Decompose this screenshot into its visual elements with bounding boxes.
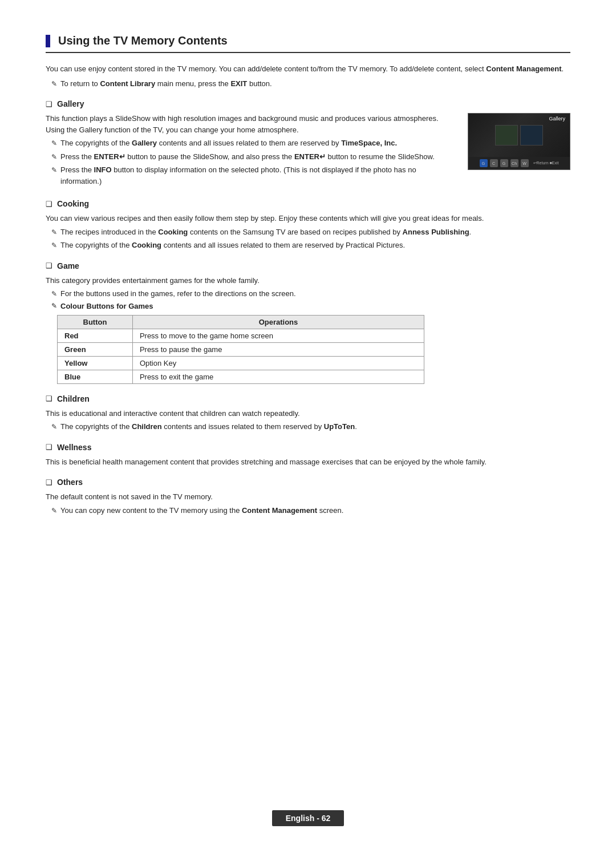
page-title: Using the TV Memory Contents <box>46 34 570 53</box>
cooking-note-2: ✎ The copyrights of the Cooking contents… <box>51 240 570 251</box>
game-label: Game <box>57 261 79 270</box>
table-row: Yellow Option Key <box>58 356 424 370</box>
game-body: This category provides entertainment gam… <box>46 275 570 286</box>
gallery-image: G C G Ch W ↩Return ■Exit <box>468 113 570 170</box>
wellness-header: Wellness <box>46 443 570 452</box>
note-icon-g1: ✎ <box>51 289 57 299</box>
gallery-note-3: ✎ Press the INFO button to display infor… <box>51 164 456 187</box>
tv-icon-children: Ch <box>510 159 518 167</box>
colour-buttons-label: Colour Buttons for Games <box>51 302 570 310</box>
others-note-1: ✎ You can copy new content to the TV mem… <box>51 505 570 516</box>
wellness-label: Wellness <box>57 443 91 452</box>
section-wellness: Wellness This is beneficial health manag… <box>46 443 570 468</box>
col-operations: Operations <box>132 315 424 329</box>
op-blue: Press to exit the game <box>132 370 424 383</box>
table-row: Red Press to move to the game home scree… <box>58 329 424 342</box>
note-icon-c1: ✎ <box>51 227 57 237</box>
children-body: This is educational and interactive cont… <box>46 408 570 419</box>
table-row: Green Press to pause the game <box>58 342 424 356</box>
note-icon-2: ✎ <box>51 152 57 162</box>
children-header: Children <box>46 394 570 403</box>
children-note-1: ✎ The copyrights of the Children content… <box>51 421 570 432</box>
others-header: Others <box>46 478 570 487</box>
gallery-text: This function plays a SlideShow with hig… <box>46 113 456 189</box>
btn-red: Red <box>58 329 133 342</box>
gallery-label: Gallery <box>57 99 84 108</box>
gallery-note-2: ✎ Press the ENTER↵ button to pause the S… <box>51 151 456 163</box>
colour-buttons-text: Colour Buttons for Games <box>60 302 153 310</box>
note-icon: ✎ <box>51 79 57 89</box>
note-icon-ch1: ✎ <box>51 422 57 432</box>
tv-icon-gallery: G <box>480 159 488 167</box>
op-red: Press to move to the game home screen <box>132 329 424 342</box>
children-label: Children <box>57 394 90 403</box>
section-gallery: Gallery This function plays a SlideShow … <box>46 99 570 189</box>
cooking-header: Cooking <box>46 199 570 208</box>
others-body: The default content is not saved in the … <box>46 491 570 503</box>
note-icon-3: ✎ <box>51 165 57 175</box>
tv-icons-bar: G C G Ch W ↩Return ■Exit <box>468 157 570 169</box>
section-others: Others The default content is not saved … <box>46 478 570 516</box>
note-icon-c2: ✎ <box>51 240 57 250</box>
col-button: Button <box>58 315 133 329</box>
note-icon-o1: ✎ <box>51 506 57 516</box>
page-number: English - 62 <box>272 810 345 826</box>
op-green: Press to pause the game <box>132 342 424 356</box>
btn-green: Green <box>58 342 133 356</box>
tv-icon-game: G <box>500 159 508 167</box>
gallery-header: Gallery <box>46 99 570 108</box>
intro-text: You can use enjoy content stored in the … <box>46 63 570 75</box>
note-icon-1: ✎ <box>51 138 57 148</box>
table-row: Blue Press to exit the game <box>58 370 424 383</box>
table-header-row: Button Operations <box>58 315 424 329</box>
wellness-body: This is beneficial health management con… <box>46 456 570 468</box>
gallery-body: This function plays a SlideShow with hig… <box>46 113 456 135</box>
cooking-body: You can view various recipes and then ea… <box>46 213 570 224</box>
intro-note: ✎ To return to Content Library main menu… <box>51 78 570 90</box>
game-note-1: ✎ For the buttons used in the games, ref… <box>51 288 570 300</box>
gallery-note-1: ✎ The copyrights of the Gallery contents… <box>51 138 456 149</box>
cooking-label: Cooking <box>57 199 89 208</box>
colour-buttons-table: Button Operations Red Press to move to t… <box>57 315 424 384</box>
op-yellow: Option Key <box>132 356 424 370</box>
section-cooking: Cooking You can view various recipes and… <box>46 199 570 251</box>
btn-yellow: Yellow <box>58 356 133 370</box>
btn-blue: Blue <box>58 370 133 383</box>
section-children: Children This is educational and interac… <box>46 394 570 432</box>
tv-icon-wellness: W <box>521 159 529 167</box>
tv-screen <box>468 114 570 157</box>
others-label: Others <box>57 478 83 487</box>
game-header: Game <box>46 261 570 270</box>
page-footer: English - 62 <box>0 810 616 826</box>
cooking-note-1: ✎ The recipes introduced in the Cooking … <box>51 227 570 238</box>
gallery-content: This function plays a SlideShow with hig… <box>46 113 570 189</box>
tv-return-label: ↩Return ■Exit <box>533 161 559 165</box>
section-game: Game This category provides entertainmen… <box>46 261 570 384</box>
tv-icon-cooking: C <box>490 159 498 167</box>
intro-note-text: To return to Content Library main menu, … <box>60 78 272 90</box>
